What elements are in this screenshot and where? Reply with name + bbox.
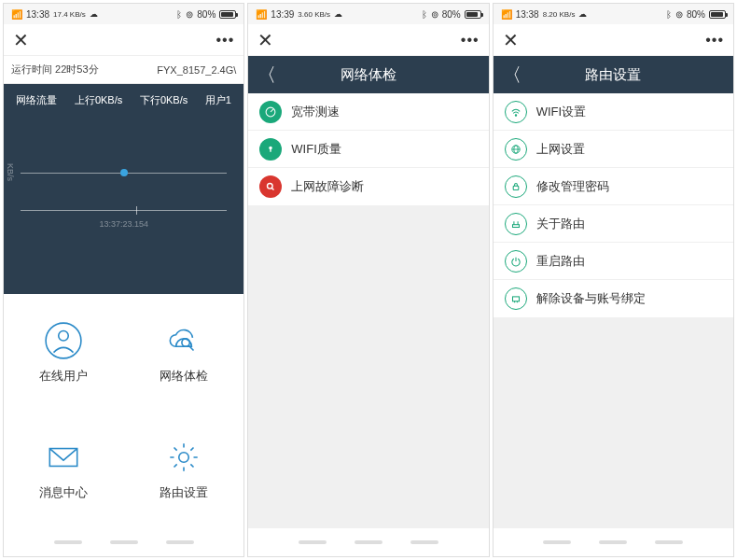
close-icon[interactable]: ✕	[503, 29, 519, 51]
router-icon	[505, 213, 527, 235]
svg-line-7	[271, 109, 273, 112]
status-bar: 📶 13:38 8.20 KB/s ☁ ᛒ ⊚ 80%	[494, 4, 733, 24]
svg-rect-15	[513, 186, 519, 189]
close-icon[interactable]: ✕	[13, 29, 29, 51]
close-icon[interactable]: ✕	[257, 29, 273, 51]
online-users-button[interactable]: 在线用户	[4, 294, 124, 412]
nav-bar: ✕ •••	[248, 24, 488, 56]
more-icon[interactable]: •••	[216, 32, 235, 49]
nav-bar: ✕ •••	[4, 24, 243, 56]
network-check-label: 网络体检	[160, 368, 208, 385]
lock-icon	[505, 175, 527, 198]
traffic-graph[interactable]: KB/s 13:37:23.154	[4, 117, 243, 294]
back-icon[interactable]: 〈	[494, 63, 531, 88]
menu-item-label: 重启路由	[536, 253, 585, 270]
page-header: 〈 路由设置	[494, 56, 733, 93]
battery-icon	[465, 10, 481, 19]
message-center-button[interactable]: 消息中心	[4, 412, 124, 529]
more-icon[interactable]: •••	[461, 32, 480, 49]
bluetooth-icon: ᛒ	[176, 9, 182, 20]
metric-down: 下行0KB/s	[140, 93, 188, 107]
menu-item-unbind[interactable]: 解除设备与账号绑定	[494, 280, 733, 317]
battery-pct: 80%	[197, 9, 216, 20]
runtime-label: 运行时间 22时53分	[11, 63, 99, 77]
unbind-icon	[505, 287, 527, 310]
net-speed: 3.60 KB/s	[298, 10, 330, 19]
svg-line-10	[272, 188, 274, 189]
gear-icon	[164, 438, 203, 477]
metric-flow: 网络流量	[16, 93, 57, 107]
menu-item-label: 修改管理密码	[536, 178, 609, 195]
battery-pct: 80%	[687, 9, 705, 20]
network-check-button[interactable]: 网络体检	[124, 294, 244, 412]
y-axis-label: KB/s	[6, 163, 15, 181]
menu-item-wifi-quality[interactable]: WIFI质量	[248, 131, 488, 168]
cloud-icon: ☁	[90, 9, 98, 19]
svg-point-5	[179, 453, 189, 463]
signal-icon: 📶	[256, 9, 267, 20]
screen-network-check: 📶 13:39 3.60 KB/s ☁ ᛒ ⊚ 80% ✕ ••• 〈 网络体检	[247, 3, 489, 557]
online-users-label: 在线用户	[39, 368, 88, 385]
mail-icon	[44, 438, 83, 477]
menu-item-internet-settings[interactable]: 上网设置	[494, 131, 733, 168]
menu-item-wifi-settings[interactable]: WIFI设置	[494, 93, 733, 131]
svg-point-11	[515, 114, 516, 115]
screen-dashboard: 📶 13:38 17.4 KB/s ☁ ᛒ ⊚ 80% ✕ ••• 运行时间 2…	[3, 3, 244, 557]
router-settings-label: 路由设置	[160, 484, 208, 501]
nav-bar: ✕ •••	[494, 24, 733, 56]
cloud-search-icon	[164, 321, 203, 360]
bluetooth-icon: ᛒ	[666, 9, 672, 20]
clock: 13:39	[271, 9, 294, 20]
svg-point-1	[59, 330, 69, 341]
menu-item-label: 上网设置	[536, 141, 585, 158]
power-icon	[505, 250, 527, 273]
menu-item-label: 宽带测速	[291, 104, 340, 120]
router-settings-button[interactable]: 路由设置	[124, 412, 244, 529]
more-icon[interactable]: •••	[705, 32, 724, 49]
menu-list: WIFI设置 上网设置 修改管理密码 关于路由	[494, 93, 733, 528]
wifi-icon: ⊚	[186, 9, 193, 20]
signal-icon: 📶	[11, 9, 22, 20]
globe-icon	[505, 138, 527, 161]
cloud-icon: ☁	[334, 9, 342, 19]
magnify-icon	[259, 175, 282, 198]
svg-rect-20	[512, 297, 519, 301]
android-nav	[248, 528, 488, 556]
net-speed: 17.4 KB/s	[53, 10, 86, 19]
net-speed: 8.20 KB/s	[543, 10, 576, 19]
message-center-label: 消息中心	[39, 484, 88, 501]
graph-point	[120, 169, 128, 176]
clock: 13:38	[516, 9, 539, 20]
action-grid: 在线用户 网络体检 消息中心 路由设置	[4, 294, 243, 528]
clock: 13:38	[26, 9, 49, 20]
wifi-icon: ⊚	[431, 9, 438, 20]
status-bar: 📶 13:39 3.60 KB/s ☁ ᛒ ⊚ 80%	[248, 4, 488, 24]
menu-item-about-router[interactable]: 关于路由	[494, 205, 733, 243]
menu-item-reboot[interactable]: 重启路由	[494, 243, 733, 280]
svg-point-9	[268, 184, 273, 189]
menu-item-label: WIFI质量	[291, 141, 341, 158]
svg-rect-16	[512, 224, 519, 227]
gauge-icon	[259, 101, 282, 123]
menu-item-label: WIFI设置	[536, 104, 586, 120]
android-nav	[4, 528, 243, 556]
menu-list: 宽带测速 WIFI质量 上网故障诊断	[248, 93, 488, 528]
menu-item-speedtest[interactable]: 宽带测速	[248, 93, 488, 131]
bluetooth-icon: ᛒ	[422, 9, 427, 20]
keyhole-icon	[259, 138, 282, 161]
menu-item-change-password[interactable]: 修改管理密码	[494, 168, 733, 205]
status-bar: 📶 13:38 17.4 KB/s ☁ ᛒ ⊚ 80%	[4, 4, 243, 24]
battery-pct: 80%	[442, 9, 461, 20]
screen-router-settings: 📶 13:38 8.20 KB/s ☁ ᛒ ⊚ 80% ✕ ••• 〈 路由设置	[493, 3, 734, 557]
traffic-panel: 网络流量 上行0KB/s 下行0KB/s 用户1 KB/s 13:37:23.1…	[4, 84, 243, 294]
info-strip: 运行时间 22时53分 FYX_8157_2.4G\	[4, 56, 243, 84]
svg-point-2	[182, 339, 189, 346]
back-icon[interactable]: 〈	[248, 63, 285, 88]
battery-icon	[219, 10, 236, 19]
metric-up: 上行0KB/s	[75, 93, 122, 107]
wifi-icon: ⊚	[675, 9, 683, 20]
cloud-icon: ☁	[578, 9, 587, 19]
menu-item-label: 关于路由	[536, 216, 585, 232]
menu-item-fault-diagnosis[interactable]: 上网故障诊断	[248, 168, 488, 205]
signal-icon: 📶	[501, 9, 512, 20]
